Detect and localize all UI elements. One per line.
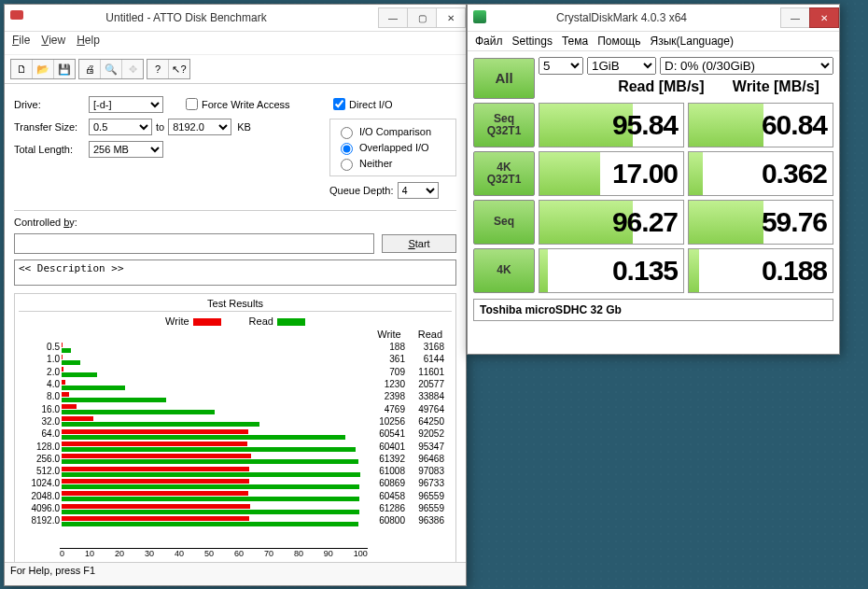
chart-category: 512.0 [24, 466, 62, 476]
cdm-minimize-button[interactable]: — [780, 7, 810, 28]
read-value: 96386 [405, 515, 444, 526]
cdm-drive-info: Toshiba microSDHC 32 Gb [473, 299, 833, 321]
test-count-select[interactable]: 5 [539, 57, 583, 75]
ts-to-select[interactable]: 8192.0 [168, 119, 231, 135]
direct-io-checkbox[interactable] [333, 98, 345, 110]
toolbar-save-icon[interactable]: 💾 [54, 60, 75, 78]
read-value: 96733 [405, 478, 444, 488]
toolbar-new-icon[interactable]: 🗋 [11, 60, 33, 78]
io-comparison-radio[interactable] [341, 127, 353, 139]
read-value-0: 95.84 [539, 103, 684, 147]
write-bar [62, 380, 65, 385]
chart-category: 2048.0 [24, 491, 62, 501]
write-value-1: 0.362 [688, 151, 833, 196]
cdm-app-icon [473, 10, 488, 25]
x-tick: 90 [324, 549, 333, 562]
chart-category: 2.0 [24, 367, 62, 377]
neither-radio[interactable] [341, 159, 353, 171]
chart-category: 8.0 [24, 391, 62, 401]
chart-row: 4096.06128696559 [24, 502, 446, 514]
read-value: 96468 [405, 454, 444, 464]
chart-row: 32.01025664250 [24, 415, 446, 428]
read-bar [62, 522, 358, 526]
toolbar-open-icon[interactable]: 📂 [33, 60, 54, 78]
write-legend: Write [165, 316, 220, 327]
controlled-by-input[interactable] [14, 233, 374, 254]
chart-category: 1.0 [24, 354, 62, 364]
chart-row: 1.03616144 [24, 353, 446, 365]
read-bar [62, 422, 259, 427]
test-size-select[interactable]: 1GiB [587, 57, 656, 75]
write-value: 61008 [366, 466, 405, 476]
read-bar [62, 372, 97, 377]
cdm-close-button[interactable]: ✕ [809, 7, 839, 28]
toolbar-whatsthis-icon[interactable]: ↖? [169, 60, 189, 78]
ts-from-select[interactable]: 0.5 [89, 119, 152, 135]
write-bar [62, 343, 63, 347]
write-value: 60458 [366, 491, 405, 501]
all-button[interactable]: All [473, 58, 535, 99]
read-bar [62, 348, 71, 353]
drive-select[interactable]: [-d-] [89, 96, 163, 113]
cdm-menu-file[interactable]: Файл [475, 35, 503, 48]
write-bar [62, 504, 250, 509]
toolbar-preview-icon[interactable]: 🔍 [101, 60, 122, 78]
queue-depth-label: Queue Depth: [329, 185, 394, 196]
overlapped-io-radio[interactable] [341, 143, 353, 155]
read-bar [62, 472, 360, 477]
close-button[interactable]: ✕ [436, 7, 466, 28]
test-button-3[interactable]: 4K [473, 248, 535, 293]
write-value-3: 0.188 [688, 248, 833, 293]
cdm-menu-settings[interactable]: Settings [512, 35, 553, 48]
read-column-header: Read [418, 329, 442, 340]
write-value-0: 60.84 [688, 103, 833, 147]
toolbar-help-icon[interactable]: ? [147, 60, 169, 78]
chart-row: 128.06040195347 [24, 440, 446, 452]
read-value-2: 96.27 [539, 200, 684, 245]
maximize-button[interactable]: ▢ [407, 7, 437, 28]
description-input[interactable]: << Description >> [14, 259, 456, 286]
read-legend: Read [249, 316, 305, 327]
cdm-menu-help[interactable]: Помощь [597, 35, 640, 48]
chart-category: 0.5 [24, 342, 62, 352]
overlapped-io-label: Overlapped I/O [359, 142, 429, 153]
force-write-checkbox[interactable] [186, 98, 198, 110]
neither-label: Neither [359, 158, 392, 169]
cdm-titlebar[interactable]: CrystalDiskMark 4.0.3 x64 — ✕ [468, 5, 839, 32]
cdm-menubar: Файл Settings Тема Помощь Язык(Language) [468, 32, 839, 51]
toolbar-print-icon[interactable]: 🖨 [79, 60, 101, 78]
atto-titlebar[interactable]: Untitled - ATTO Disk Benchmark — ▢ ✕ [5, 5, 466, 32]
read-value-1: 17.00 [539, 151, 684, 196]
start-button[interactable]: Start [382, 234, 456, 253]
menu-view[interactable]: View [41, 34, 65, 52]
toolbar-move-icon[interactable]: ✥ [122, 60, 143, 78]
drive-select-cdm[interactable]: D: 0% (0/30GiB) [660, 57, 833, 75]
write-header: Write [MB/s] [733, 78, 819, 95]
write-value: 60800 [366, 515, 405, 526]
cdm-menu-language[interactable]: Язык(Language) [651, 35, 734, 48]
read-bar [62, 386, 125, 390]
write-bar [62, 429, 248, 434]
read-bar [62, 398, 166, 402]
total-length-select[interactable]: 256 MB [89, 141, 163, 158]
read-header: Read [MB/s] [618, 78, 704, 95]
kb-label: KB [237, 121, 251, 133]
test-button-0[interactable]: SeqQ32T1 [473, 103, 535, 147]
x-tick: 60 [234, 549, 244, 562]
minimize-button[interactable]: — [378, 7, 408, 28]
menu-file[interactable]: File [12, 34, 30, 52]
test-button-1[interactable]: 4KQ32T1 [473, 151, 535, 196]
chart-row: 16.0476949764 [24, 402, 446, 414]
drive-label: Drive: [14, 99, 89, 110]
test-button-2[interactable]: Seq [473, 200, 535, 245]
to-label: to [156, 121, 164, 133]
chart-row: 512.06100897083 [24, 465, 446, 477]
queue-depth-select[interactable]: 4 [398, 182, 439, 199]
cdm-window: CrystalDiskMark 4.0.3 x64 — ✕ Файл Setti… [467, 4, 840, 355]
read-value: 96559 [405, 503, 444, 513]
chart-category: 1024.0 [24, 478, 62, 488]
menu-help[interactable]: Help [77, 34, 100, 52]
read-bar [62, 510, 359, 514]
read-value: 6144 [405, 354, 444, 364]
cdm-menu-theme[interactable]: Тема [562, 35, 588, 48]
